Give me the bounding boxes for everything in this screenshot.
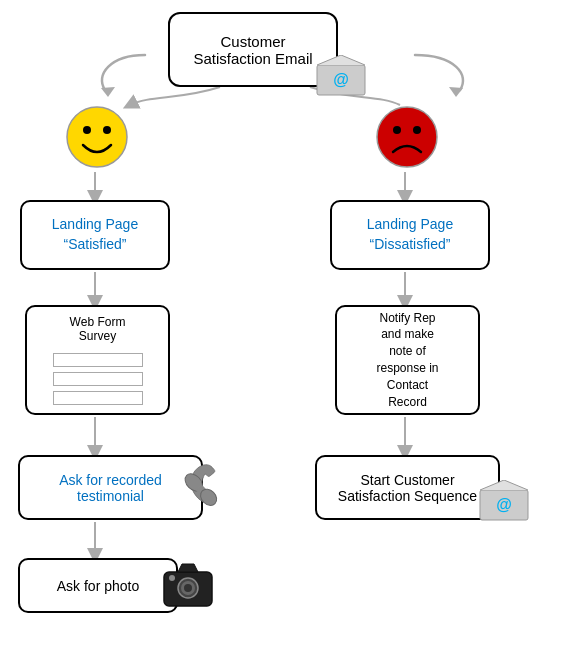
svg-point-24 — [184, 584, 192, 592]
survey-lines — [53, 353, 143, 405]
envelope-top-icon: @ — [315, 55, 367, 101]
svg-point-16 — [393, 126, 401, 134]
happy-face-emoji — [65, 105, 130, 179]
landing-dissatisfied-label: Landing Page “Dissatisfied” — [367, 215, 453, 254]
notify-box: Notify Rep and make note of response in … — [335, 305, 480, 415]
svg-point-14 — [103, 126, 111, 134]
diagram: Customer Satisfaction Email @ — [0, 0, 584, 662]
svg-point-12 — [67, 107, 127, 167]
landing-satisfied-label: Landing Page “Satisfied” — [52, 215, 138, 254]
notify-label: Notify Rep and make note of response in … — [376, 310, 438, 411]
sequence-label: Start CustomerSatisfaction Sequence — [338, 472, 477, 504]
photo-label: Ask for photo — [57, 578, 140, 594]
svg-text:@: @ — [496, 496, 512, 513]
landing-satisfied-box: Landing Page “Satisfied” — [20, 200, 170, 270]
svg-point-25 — [169, 575, 175, 581]
sequence-box: Start CustomerSatisfaction Sequence — [315, 455, 500, 520]
email-box: Customer Satisfaction Email — [168, 12, 338, 87]
svg-marker-0 — [101, 87, 115, 97]
survey-line-1 — [53, 353, 143, 367]
landing-dissatisfied-box: Landing Page “Dissatisfied” — [330, 200, 490, 270]
survey-line-2 — [53, 372, 143, 386]
survey-title: Web FormSurvey — [70, 315, 126, 343]
svg-point-17 — [413, 126, 421, 134]
svg-marker-1 — [449, 87, 463, 97]
photo-box: Ask for photo — [18, 558, 178, 613]
testimonial-box: Ask for recordedtestimonial — [18, 455, 203, 520]
camera-icon — [162, 560, 214, 617]
testimonial-label: Ask for recordedtestimonial — [59, 472, 162, 504]
svg-point-13 — [83, 126, 91, 134]
survey-content: Web FormSurvey — [53, 315, 143, 405]
survey-line-3 — [53, 391, 143, 405]
envelope-bottom-icon: @ — [478, 480, 530, 526]
sad-face-emoji — [375, 105, 440, 179]
svg-text:@: @ — [333, 71, 349, 88]
survey-box: Web FormSurvey — [25, 305, 170, 415]
email-box-label: Customer Satisfaction Email — [193, 33, 312, 67]
svg-point-15 — [377, 107, 437, 167]
